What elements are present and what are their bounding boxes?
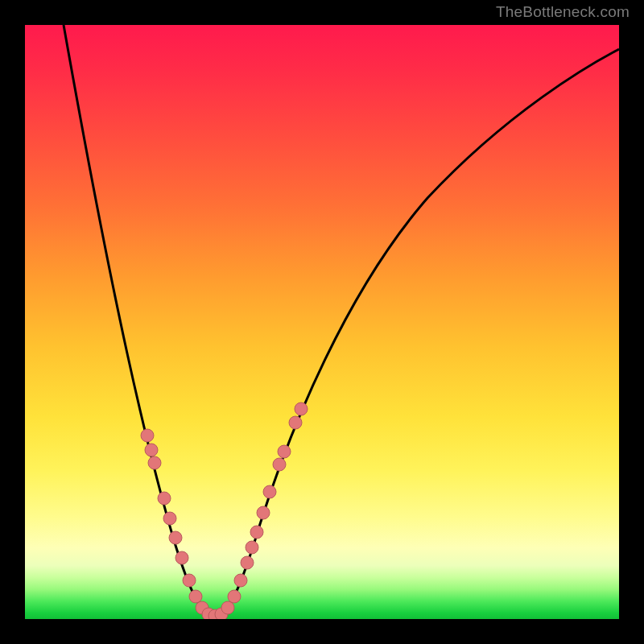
data-marker bbox=[148, 456, 161, 469]
data-marker bbox=[246, 541, 258, 554]
data-marker bbox=[175, 551, 188, 564]
data-marker bbox=[278, 445, 291, 458]
data-marker bbox=[163, 512, 176, 525]
watermark-text: TheBottleneck.com bbox=[496, 3, 630, 21]
data-marker bbox=[141, 429, 154, 442]
data-marker bbox=[169, 531, 182, 544]
data-marker bbox=[289, 416, 302, 429]
data-marker bbox=[228, 590, 241, 603]
data-marker bbox=[250, 526, 263, 539]
data-marker bbox=[273, 458, 286, 471]
data-marker bbox=[183, 574, 196, 587]
data-marker bbox=[189, 590, 202, 603]
data-marker bbox=[241, 556, 254, 569]
data-marker bbox=[234, 574, 247, 587]
data-marker bbox=[221, 601, 234, 614]
data-marker bbox=[295, 402, 308, 415]
data-marker bbox=[158, 492, 171, 505]
bottleneck-curve bbox=[64, 25, 619, 617]
data-marker bbox=[263, 485, 276, 498]
plot-area bbox=[25, 25, 619, 619]
data-marker bbox=[145, 444, 158, 456]
data-marker bbox=[257, 506, 270, 519]
chart-svg bbox=[25, 25, 619, 619]
